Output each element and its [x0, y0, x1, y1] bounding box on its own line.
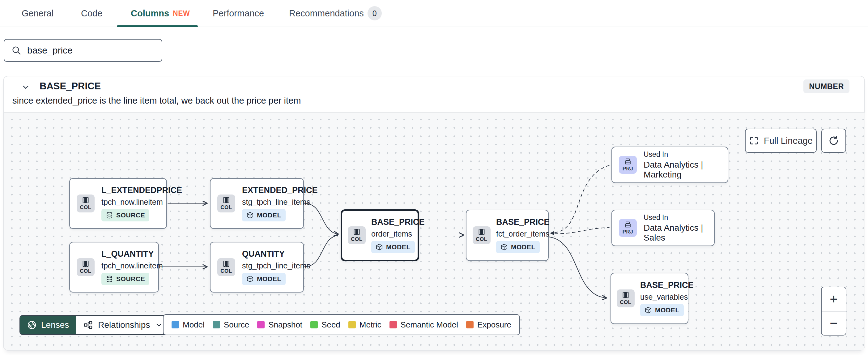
- badge-label: MODEL: [386, 243, 410, 251]
- node-subtitle: stg_tpch_line_items: [242, 198, 310, 207]
- legend-item-snapshot: Snapshot: [257, 320, 302, 330]
- cube-icon: [500, 243, 508, 251]
- legend-item-metric: Metric: [348, 320, 381, 330]
- lenses-label: Lenses: [41, 320, 69, 330]
- relationships-dropdown[interactable]: Relationships: [76, 316, 170, 334]
- source-badge: SOURCE: [101, 209, 149, 221]
- node-title: BASE_PRICE: [640, 280, 694, 290]
- column-chip: COL: [77, 258, 95, 276]
- refresh-button[interactable]: [821, 129, 846, 153]
- node-title: BASE_PRICE: [371, 217, 425, 227]
- legend-swatch: [390, 321, 397, 328]
- legend-swatch: [466, 321, 473, 328]
- tab-recommendations[interactable]: Recommendations 0: [289, 0, 382, 27]
- legend-item-seed: Seed: [310, 320, 340, 330]
- lineage-node-base-price-fct-order-items[interactable]: COL BASE_PRICE fct_order_items MODEL: [466, 210, 549, 261]
- legend-item-exposure: Exposure: [466, 320, 511, 330]
- column-name: BASE_PRICE: [39, 81, 101, 92]
- badge-label: MODEL: [655, 306, 679, 314]
- full-lineage-label: Full Lineage: [764, 136, 813, 146]
- tab-label: Columns: [131, 8, 169, 19]
- column-type-badge: NUMBER: [803, 80, 849, 93]
- tab-code[interactable]: Code: [81, 0, 102, 27]
- resource-legend: Model Source Snapshot Seed Metric Semant…: [163, 314, 520, 335]
- model-badge: MODEL: [371, 241, 415, 253]
- tab-label: General: [22, 8, 54, 19]
- legend-swatch: [213, 321, 220, 328]
- badge-label: MODEL: [257, 211, 281, 219]
- legend-swatch: [172, 321, 179, 328]
- lineage-node-l-extendedprice[interactable]: COL L_EXTENDEDPRICE tpch_now.lineitem SO…: [69, 178, 167, 229]
- columns-icon: [353, 228, 361, 236]
- cube-icon: [645, 306, 652, 314]
- project-name: Data Analytics | Sales: [644, 223, 707, 243]
- columns-icon: [82, 196, 89, 204]
- used-in-label: Used In: [644, 213, 668, 222]
- chevron-down-icon: [155, 321, 163, 329]
- lineage-node-base-price-use-variables[interactable]: COL BASE_PRICE use_variables MODEL: [611, 273, 688, 324]
- project-chip: PRJ: [619, 156, 637, 174]
- lineage-node-used-in-marketing[interactable]: PRJ Used In Data Analytics | Marketing: [612, 147, 728, 183]
- column-chip: COL: [217, 195, 235, 212]
- collapse-chevron-icon[interactable]: [21, 83, 30, 92]
- lineage-canvas[interactable]: COL L_EXTENDEDPRICE tpch_now.lineitem SO…: [4, 112, 865, 350]
- full-lineage-button[interactable]: Full Lineage: [745, 129, 817, 153]
- new-badge: NEW: [173, 9, 190, 18]
- column-chip: COL: [77, 195, 95, 212]
- source-badge: SOURCE: [101, 273, 149, 285]
- used-in-label: Used In: [644, 150, 668, 159]
- tab-label: Code: [81, 8, 102, 19]
- node-subtitle: stg_tpch_line_items: [242, 261, 310, 270]
- lineage-node-quantity[interactable]: COL QUANTITY stg_tpch_line_items MODEL: [210, 242, 304, 293]
- tab-performance[interactable]: Performance: [213, 0, 264, 27]
- search-icon: [11, 45, 22, 56]
- lineage-node-used-in-sales[interactable]: PRJ Used In Data Analytics | Sales: [612, 210, 715, 246]
- relationships-label: Relationships: [98, 320, 150, 330]
- badge-label: MODEL: [257, 275, 281, 283]
- node-title: BASE_PRICE: [496, 217, 550, 227]
- cube-icon: [246, 211, 254, 219]
- search-input[interactable]: [27, 45, 155, 56]
- lens-selector: Lenses Relationships: [20, 315, 171, 335]
- lineage-node-l-quantity[interactable]: COL L_QUANTITY tpch_now.lineitem SOURCE: [69, 242, 159, 293]
- tab-general[interactable]: General: [22, 0, 54, 27]
- recommendations-count-badge: 0: [368, 6, 382, 21]
- legend-swatch: [257, 321, 265, 328]
- column-search[interactable]: [4, 39, 162, 62]
- node-subtitle: order_items: [371, 230, 412, 238]
- expand-icon: [749, 136, 759, 146]
- project-chip: PRJ: [619, 219, 637, 237]
- node-title: L_EXTENDEDPRICE: [101, 185, 182, 195]
- tab-bar: General Code Columns NEW Performance Rec…: [0, 0, 868, 27]
- node-title: QUANTITY: [242, 249, 285, 259]
- legend-swatch: [348, 321, 356, 328]
- project-icon: [624, 158, 631, 165]
- lineage-node-base-price-order-items[interactable]: COL BASE_PRICE order_items MODEL: [341, 209, 419, 261]
- model-badge: MODEL: [242, 273, 286, 285]
- chip-label: PRJ: [623, 229, 633, 235]
- refresh-icon: [828, 135, 839, 146]
- column-chip: COL: [217, 258, 235, 276]
- tab-columns[interactable]: Columns NEW: [131, 0, 190, 27]
- column-chip: COL: [348, 226, 366, 244]
- chip-label: COL: [620, 299, 631, 305]
- lenses-button[interactable]: Lenses: [20, 316, 76, 334]
- chip-label: COL: [220, 268, 232, 274]
- zoom-in-button[interactable]: +: [822, 287, 846, 311]
- column-description: since extended_price is the line item to…: [12, 95, 301, 106]
- zoom-out-button[interactable]: −: [822, 311, 846, 335]
- aperture-icon: [27, 320, 37, 330]
- node-title: L_QUANTITY: [101, 249, 154, 259]
- chip-label: PRJ: [623, 166, 633, 172]
- columns-icon: [223, 196, 230, 204]
- page: General Code Columns NEW Performance Rec…: [0, 0, 868, 355]
- legend-item-semantic-model: Semantic Model: [390, 320, 458, 330]
- column-chip: COL: [473, 226, 491, 244]
- column-detail-panel: BASE_PRICE NUMBER since extended_price i…: [3, 76, 865, 351]
- tab-label: Performance: [213, 8, 264, 19]
- chip-label: COL: [351, 236, 362, 242]
- cube-icon: [246, 275, 254, 283]
- lineage-node-extended-price[interactable]: COL EXTENDED_PRICE stg_tpch_line_items M…: [210, 178, 304, 229]
- model-badge: MODEL: [640, 304, 684, 316]
- badge-label: SOURCE: [116, 275, 145, 283]
